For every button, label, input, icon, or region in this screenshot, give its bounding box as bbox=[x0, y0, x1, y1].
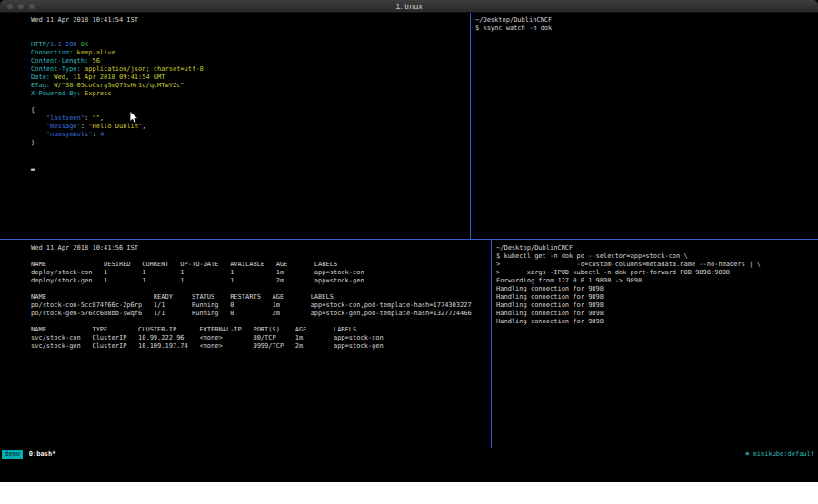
terminal-line: Date: Wed, 11 Apr 2018 09:41:54 GMT bbox=[31, 74, 468, 82]
terminal-line: "message": "Hello Dublin", bbox=[31, 123, 468, 131]
terminal-line bbox=[31, 25, 468, 33]
terminal-line: } bbox=[31, 139, 468, 147]
terminal-line: Wed 11 Apr 2018 10:41:56 IST bbox=[31, 244, 488, 252]
mouse-cursor bbox=[129, 111, 139, 124]
terminal-line: Forwarding from 127.0.0.1:9898 -> 9898 bbox=[496, 277, 816, 285]
terminal-line bbox=[31, 252, 488, 261]
terminal-line: "numsymbols": 4 bbox=[31, 131, 468, 139]
terminal-line: ~/Desktop/DublinCNCF bbox=[475, 16, 816, 25]
terminal-line: Handling connection for 9898 bbox=[496, 301, 816, 310]
pane-bottom-right-port-forward[interactable]: ~/Desktop/DublinCNCF$ kubectl get -n dok… bbox=[493, 240, 818, 448]
terminal-line bbox=[31, 98, 468, 106]
kube-context-label: minikube:default bbox=[749, 450, 814, 458]
terminal-line: Handling connection for 9898 bbox=[496, 285, 816, 293]
terminal-line: Wed 11 Apr 2018 10:41:54 IST bbox=[31, 16, 468, 25]
terminal-line: NAME DESIRED CURRENT UP-TO-DATE AVAILABL… bbox=[31, 261, 488, 269]
terminal-line: "lastseen": "", bbox=[31, 114, 468, 123]
terminal-line: po/stock-gen-576cc688bb-swqf6 1/1 Runnin… bbox=[31, 310, 488, 318]
terminal-line: NAME READY STATUS RESTARTS AGE LABELS bbox=[31, 293, 488, 301]
terminal-line bbox=[31, 33, 468, 41]
terminal-line: NAME TYPE CLUSTER-IP EXTERNAL-IP PORT(S)… bbox=[31, 326, 488, 334]
terminal-line: > -o=custom-columns=metadata.name --no-h… bbox=[496, 261, 816, 269]
pane-border-vertical-top bbox=[470, 13, 471, 239]
terminal-line: Content-Length: 56 bbox=[31, 57, 468, 65]
window-title: 1. tmux bbox=[0, 0, 818, 13]
terminal-line: Connection: keep-alive bbox=[31, 49, 468, 57]
terminal-line: svc/stock-con ClusterIP 10.99.222.96 <no… bbox=[31, 334, 488, 342]
window-titlebar: 1. tmux bbox=[0, 0, 818, 13]
pane-border-vertical-bottom bbox=[491, 240, 492, 448]
terminal-line: Handling connection for 9898 bbox=[496, 318, 816, 326]
screenshot-root: 1. tmux Wed 11 Apr 2018 10:41:54 IST HTT… bbox=[0, 0, 818, 504]
tmux-session-name: demo bbox=[2, 450, 23, 459]
tmux-window-tab[interactable]: 0:bash* bbox=[29, 450, 56, 458]
desktop-background: 1. tmux Wed 11 Apr 2018 10:41:54 IST HTT… bbox=[0, 0, 818, 482]
status-right: ☸ minikube:default bbox=[745, 449, 814, 460]
terminal-line: ETag: W/"38-05coCsrg3mQ75sHr1d/qcMTwYZc" bbox=[31, 82, 468, 90]
pane-bottom-left-kubectl-get[interactable]: Wed 11 Apr 2018 10:41:56 IST NAME DESIRE… bbox=[0, 240, 490, 448]
pane-top-left-http-response[interactable]: Wed 11 Apr 2018 10:41:54 IST HTTP/1.1 20… bbox=[0, 13, 470, 239]
terminal-line: X-Powered-By: Express bbox=[31, 90, 468, 98]
terminal-line: ~/Desktop/DublinCNCF bbox=[496, 244, 816, 252]
terminal-line: $ kubectl get -n dok po --selector=app=s… bbox=[496, 252, 816, 261]
terminal-line: svc/stock-gen ClusterIP 10.109.197.74 <n… bbox=[31, 342, 488, 351]
terminal-line: Content-Type: application/json; charset=… bbox=[31, 65, 468, 74]
terminal-line: > xargs -IPOD kubectl -n dok port-forwar… bbox=[496, 269, 816, 277]
pane-top-right-ksync[interactable]: ~/Desktop/DublinCNCF$ ksync watch -n dok bbox=[472, 13, 818, 239]
terminal-line: HTTP/1.1 200 OK bbox=[31, 41, 468, 49]
terminal-line: Handling connection for 9898 bbox=[496, 293, 816, 301]
terminal-line bbox=[31, 147, 468, 155]
terminal-line bbox=[31, 318, 488, 326]
terminal-line bbox=[31, 155, 468, 163]
terminal-line: { bbox=[31, 106, 468, 114]
terminal-line bbox=[31, 285, 488, 293]
terminal-line: Handling connection for 9898 bbox=[496, 310, 816, 318]
terminal-line: $ ksync watch -n dok bbox=[475, 25, 816, 33]
terminal-line: ▂ bbox=[31, 163, 468, 172]
terminal-line: po/stock-con-5cc874766c-2p6rp 1/1 Runnin… bbox=[31, 301, 488, 310]
tmux-status-bar: demo0:bash* ☸ minikube:default bbox=[0, 449, 818, 460]
terminal-line: deploy/stock-gen 1 1 1 1 2m app=stock-ge… bbox=[31, 277, 488, 285]
terminal-line: deploy/stock-con 1 1 1 1 1m app=stock-co… bbox=[31, 269, 488, 277]
